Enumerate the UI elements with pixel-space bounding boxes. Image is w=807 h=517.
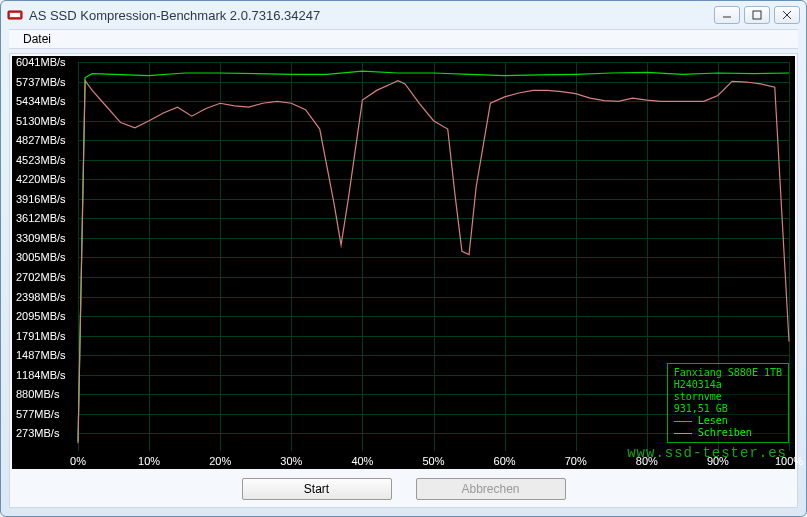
legend-box: Fanxiang S880E 1TB H240314a stornvme 931… — [667, 363, 789, 443]
legend-read: Lesen — [674, 415, 782, 427]
minimize-button[interactable] — [714, 6, 740, 24]
y-tick-label: 273MB/s — [16, 427, 59, 439]
write-swatch — [674, 433, 692, 434]
y-tick-label: 3309MB/s — [16, 232, 66, 244]
svg-rect-1 — [10, 13, 20, 17]
y-tick-label: 2398MB/s — [16, 291, 66, 303]
start-button[interactable]: Start — [242, 478, 392, 500]
y-tick-label: 4523MB/s — [16, 154, 66, 166]
close-button[interactable] — [774, 6, 800, 24]
x-tick-label: 60% — [494, 455, 516, 467]
x-tick-label: 10% — [138, 455, 160, 467]
legend-device: Fanxiang S880E 1TB — [674, 367, 782, 379]
window-buttons — [714, 6, 800, 24]
y-tick-label: 1791MB/s — [16, 330, 66, 342]
x-tick-label: 0% — [70, 455, 86, 467]
y-tick-label: 4827MB/s — [16, 134, 66, 146]
x-tick-label: 40% — [351, 455, 373, 467]
legend-read-label: Lesen — [698, 415, 728, 427]
y-tick-label: 1487MB/s — [16, 349, 66, 361]
watermark: www.ssd-tester.es — [627, 445, 787, 461]
y-tick-label: 5434MB/s — [16, 95, 66, 107]
menubar: Datei — [9, 29, 798, 49]
x-tick-label: 50% — [422, 455, 444, 467]
y-tick-label: 3916MB/s — [16, 193, 66, 205]
maximize-button[interactable] — [744, 6, 770, 24]
menu-file[interactable]: Datei — [15, 30, 59, 48]
y-tick-label: 4220MB/s — [16, 173, 66, 185]
y-tick-label: 577MB/s — [16, 408, 59, 420]
button-row: Start Abbrechen — [10, 471, 797, 507]
read-swatch — [674, 421, 692, 422]
legend-capacity: 931,51 GB — [674, 403, 782, 415]
y-tick-label: 2702MB/s — [16, 271, 66, 283]
client-area: 273MB/s577MB/s880MB/s1184MB/s1487MB/s179… — [9, 53, 798, 508]
window-title: AS SSD Kompression-Benchmark 2.0.7316.34… — [29, 8, 714, 23]
legend-firmware: H240314a — [674, 379, 782, 391]
legend-write-label: Schreiben — [698, 427, 752, 439]
app-window: AS SSD Kompression-Benchmark 2.0.7316.34… — [0, 0, 807, 517]
titlebar[interactable]: AS SSD Kompression-Benchmark 2.0.7316.34… — [1, 1, 806, 29]
y-tick-label: 5737MB/s — [16, 76, 66, 88]
chart-area: 273MB/s577MB/s880MB/s1184MB/s1487MB/s179… — [12, 56, 795, 469]
x-tick-label: 70% — [565, 455, 587, 467]
legend-driver: stornvme — [674, 391, 782, 403]
y-tick-label: 6041MB/s — [16, 56, 66, 68]
y-tick-label: 2095MB/s — [16, 310, 66, 322]
abort-button[interactable]: Abbrechen — [416, 478, 566, 500]
y-tick-label: 880MB/s — [16, 388, 59, 400]
x-tick-label: 30% — [280, 455, 302, 467]
svg-rect-3 — [753, 11, 761, 19]
y-tick-label: 3612MB/s — [16, 212, 66, 224]
y-tick-label: 1184MB/s — [16, 369, 66, 381]
legend-write: Schreiben — [674, 427, 782, 439]
app-icon — [7, 7, 23, 23]
x-tick-label: 20% — [209, 455, 231, 467]
y-tick-label: 3005MB/s — [16, 251, 66, 263]
y-tick-label: 5130MB/s — [16, 115, 66, 127]
